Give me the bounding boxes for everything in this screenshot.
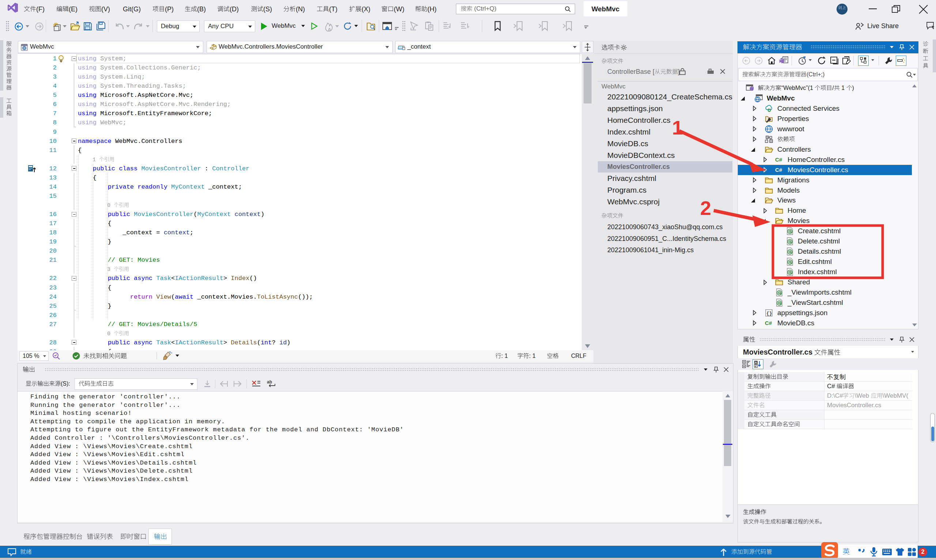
svg-text:2: 2 (700, 197, 711, 219)
svg-text:1: 1 (672, 117, 683, 138)
